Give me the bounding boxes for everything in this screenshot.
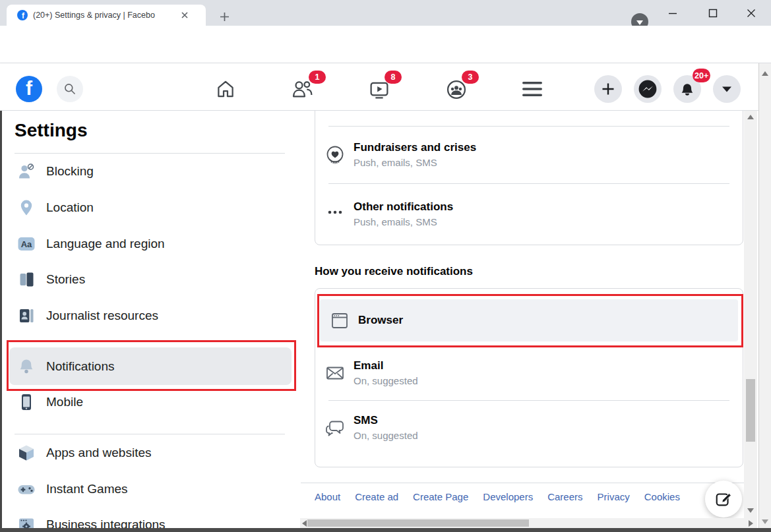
- facebook-logo[interactable]: f: [16, 76, 42, 102]
- caret-down-icon: [720, 82, 733, 96]
- settings-page-title: Settings: [15, 120, 87, 141]
- sidebar-item-label: Location: [46, 200, 94, 215]
- footer-link-privacy[interactable]: Privacy: [598, 491, 630, 502]
- search-icon: [63, 82, 77, 96]
- close-icon: [746, 8, 756, 18]
- row-title: Email: [354, 359, 418, 373]
- sidebar-item-label: Stories: [46, 272, 85, 287]
- sidebar-item-instant-games[interactable]: Instant Games: [9, 471, 292, 507]
- window-bottom-edge: [0, 528, 771, 532]
- minimize-icon: [667, 8, 678, 18]
- row-subtitle: On, suggested: [354, 374, 418, 388]
- hamburger-icon: [520, 80, 544, 98]
- new-tab-button[interactable]: [215, 7, 233, 26]
- messenger-button[interactable]: [634, 75, 662, 103]
- section-heading: How you receive notifications: [315, 265, 473, 278]
- row-title: Fundraisers and crises: [354, 140, 476, 155]
- sidebar-item-apps-websites[interactable]: Apps and websites: [9, 435, 292, 471]
- footer-link-careers[interactable]: Careers: [547, 491, 582, 502]
- row-subtitle: Push, emails, SMS: [354, 216, 453, 229]
- footer-link-cookies[interactable]: Cookies: [644, 491, 680, 502]
- plus-icon: [220, 12, 230, 22]
- svg-text:Aa: Aa: [21, 239, 32, 249]
- chevron-down-icon: [636, 20, 643, 25]
- edit-pencil-icon: [714, 490, 733, 508]
- search-button[interactable]: [57, 76, 83, 102]
- maximize-button[interactable]: [703, 4, 723, 22]
- email-icon: [324, 363, 346, 384]
- minimize-button[interactable]: [663, 4, 683, 22]
- divider: [15, 434, 285, 434]
- row-title: SMS: [354, 413, 418, 428]
- footer-link-about[interactable]: About: [315, 491, 340, 502]
- nav-home-tab[interactable]: [214, 78, 237, 103]
- browser-window: f (20+) Settings & privacy | Facebo: [0, 0, 771, 532]
- scroll-left-arrow[interactable]: [302, 520, 307, 527]
- facebook-navbar: f 1: [0, 63, 758, 111]
- sidebar-item-business-integrations[interactable]: Business integrations: [9, 507, 292, 528]
- groups-badge: 3: [462, 71, 479, 84]
- facebook-favicon: f: [17, 10, 28, 20]
- language-icon: Aa: [17, 235, 36, 253]
- create-button[interactable]: [594, 75, 622, 103]
- nav-menu-button[interactable]: [520, 80, 544, 101]
- sidebar-item-location[interactable]: Location: [9, 190, 292, 225]
- sidebar-item-journalist[interactable]: Journalist resources: [9, 298, 292, 334]
- home-icon: [214, 78, 237, 100]
- gamepad-icon: [17, 480, 36, 498]
- notification-types-card: Fundraisers and crises Push, emails, SMS…: [315, 111, 743, 245]
- scrollbar-thumb[interactable]: [307, 519, 529, 527]
- account-menu-button[interactable]: [713, 75, 741, 103]
- row-subtitle: On, suggested: [354, 429, 418, 442]
- maximize-icon: [708, 8, 718, 18]
- create-post-fab[interactable]: [705, 481, 742, 517]
- sidebar-item-language[interactable]: Aa Language and region: [9, 226, 292, 262]
- setting-row-other-notifications[interactable]: Other notifications Push, emails, SMS: [315, 183, 743, 245]
- left-window-edge: [0, 111, 2, 528]
- divider: [301, 483, 744, 483]
- tab-strip: f (20+) Settings & privacy | Facebo: [0, 0, 771, 26]
- scroll-down-arrow[interactable]: [762, 519, 768, 524]
- page-vertical-scrollbar[interactable]: [758, 63, 771, 528]
- footer-link-developers[interactable]: Developers: [483, 491, 533, 502]
- annotation-red-box-browser: [317, 294, 743, 347]
- sms-chat-icon: [324, 417, 346, 438]
- apps-cube-icon: [17, 444, 36, 462]
- setting-row-fundraisers[interactable]: Fundraisers and crises Push, emails, SMS: [315, 126, 743, 183]
- tab-close-icon[interactable]: [179, 10, 190, 20]
- fundraisers-icon: [324, 144, 346, 165]
- sidebar-item-blocking[interactable]: Blocking: [9, 154, 292, 189]
- bell-icon: [678, 80, 696, 98]
- scroll-up-arrow[interactable]: [762, 71, 768, 76]
- setting-row-sms[interactable]: SMS On, suggested: [315, 400, 743, 456]
- business-integrations-icon: [17, 516, 36, 528]
- footer-link-create-ad[interactable]: Create ad: [355, 491, 398, 502]
- scroll-up-arrow[interactable]: [747, 115, 754, 119]
- mobile-phone-icon: [17, 393, 36, 411]
- scrollbar-thumb[interactable]: [746, 379, 755, 442]
- scroll-right-arrow[interactable]: [749, 520, 753, 527]
- close-button[interactable]: [741, 4, 761, 22]
- footer-links: About Create ad Create Page Developers C…: [315, 491, 680, 502]
- sidebar-item-label: Apps and websites: [46, 446, 152, 460]
- sidebar-item-mobile[interactable]: Mobile: [9, 384, 292, 420]
- blocking-icon: [17, 162, 36, 181]
- plus-icon: [601, 82, 615, 96]
- sidebar-item-label: Business integrations: [46, 517, 166, 528]
- annotation-red-box-notifications: [7, 340, 296, 391]
- content-vertical-scrollbar[interactable]: [744, 111, 757, 518]
- scroll-down-arrow[interactable]: [747, 508, 754, 513]
- tab-title: (20+) Settings & privacy | Facebo: [33, 11, 175, 20]
- journalist-resources-icon: [17, 307, 36, 325]
- browser-tab[interactable]: f (20+) Settings & privacy | Facebo: [7, 5, 206, 26]
- setting-row-email[interactable]: Email On, suggested: [315, 346, 743, 400]
- sidebar-item-label: Instant Games: [46, 482, 128, 496]
- ellipsis-icon: [324, 204, 346, 225]
- location-pin-icon: [17, 198, 36, 217]
- footer-link-create-page[interactable]: Create Page: [413, 491, 468, 502]
- content-horizontal-scrollbar[interactable]: [300, 518, 757, 528]
- stories-icon: [17, 270, 36, 289]
- sidebar-item-stories[interactable]: Stories: [9, 262, 292, 297]
- sidebar-item-label: Blocking: [46, 164, 94, 179]
- browser-toolbar: facebook.com/settings?tab=notifications: [0, 26, 771, 63]
